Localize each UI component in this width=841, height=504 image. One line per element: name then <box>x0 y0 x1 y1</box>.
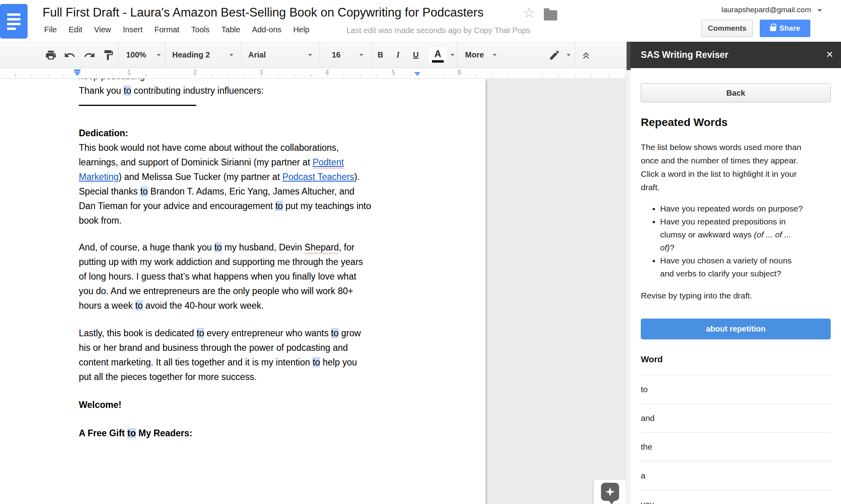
horizontal-rule <box>79 105 196 106</box>
explore-button[interactable] <box>594 480 626 504</box>
revise-note: Revise by typing into the draft. <box>641 291 831 300</box>
ruler[interactable]: 123456 <box>0 68 626 79</box>
redo-icon[interactable] <box>84 49 95 61</box>
zoom-select[interactable]: 100% <box>126 42 146 68</box>
font-family-select[interactable]: Arial <box>248 42 266 68</box>
highlighted-word: to <box>313 357 320 367</box>
doc-line: his or her brand and business through th… <box>79 341 441 355</box>
collapse-toolbar-icon[interactable] <box>580 49 592 61</box>
word-item[interactable]: and <box>641 404 831 433</box>
menu-add-ons[interactable]: Add-ons <box>252 25 282 34</box>
highlighted-word: to <box>135 300 143 311</box>
menu-help[interactable]: Help <box>293 25 309 34</box>
doc-line: put all the pieces together for more suc… <box>79 370 441 384</box>
ruler-number: 2 <box>194 69 197 76</box>
text-color-caret-icon[interactable] <box>450 54 454 56</box>
menu-file[interactable]: File <box>44 25 57 34</box>
menu-insert[interactable]: Insert <box>123 25 143 34</box>
doc-line: A Free Gift to My Readers: <box>79 426 441 441</box>
folder-icon[interactable] <box>544 10 557 20</box>
doc-line: And, of course, a huge thank you to my h… <box>79 240 441 255</box>
guidance-bullet-list: Have you repeated words on purpose?Have … <box>660 202 810 280</box>
comments-button[interactable]: Comments <box>701 20 753 37</box>
ruler-number: 4 <box>326 69 329 76</box>
highlighted-word: to <box>140 186 148 196</box>
lock-icon <box>770 26 776 31</box>
doc-link[interactable]: Podcast Teachers <box>282 172 354 182</box>
size-caret-icon[interactable] <box>359 54 363 56</box>
close-icon[interactable]: × <box>826 42 833 68</box>
last-edit-status[interactable]: Last edit was made seconds ago by Copy T… <box>346 26 530 35</box>
ruler-number: 3 <box>259 69 263 76</box>
share-label: Share <box>780 24 800 32</box>
print-icon[interactable] <box>45 49 57 61</box>
highlighted-word: to <box>331 328 339 338</box>
document-scrollbar[interactable] <box>626 42 631 504</box>
ruler-number: 5 <box>391 69 395 76</box>
menu-tools[interactable]: Tools <box>191 25 210 34</box>
menu-view[interactable]: View <box>94 25 111 34</box>
account-caret-icon[interactable] <box>817 9 822 12</box>
doc-link[interactable]: Podtent <box>313 157 344 167</box>
doc-line: Thank you to contributing industry influ… <box>79 83 441 98</box>
menu-format[interactable]: Format <box>154 25 179 34</box>
document-title[interactable]: Full First Draft - Laura's Amazon Best-S… <box>43 6 484 20</box>
document-page[interactable]: keep podcasting Thank you to contributin… <box>0 79 486 504</box>
docs-menu-icon[interactable] <box>0 4 28 39</box>
italic-button[interactable]: I <box>396 42 400 68</box>
misspelled-word: Podtent <box>313 157 344 167</box>
font-size-select[interactable]: 16 <box>332 42 340 68</box>
style-caret-icon[interactable] <box>229 54 233 56</box>
edit-mode-pencil-icon[interactable] <box>549 49 560 61</box>
text-color-button[interactable]: A <box>429 48 447 63</box>
word-item[interactable]: the <box>641 433 831 461</box>
sas-writing-reviser-panel: SAS Writing Reviser × Back Repeated Word… <box>631 42 841 504</box>
underline-button[interactable]: U <box>413 42 419 68</box>
account-email[interactable]: laurapshepard@gmail.com <box>722 6 811 14</box>
font-caret-icon[interactable] <box>308 54 312 56</box>
document-content[interactable]: Thank you to contributing industry influ… <box>79 79 441 441</box>
menu-bar: FileEditViewInsertFormatToolsTableAdd-on… <box>44 25 321 34</box>
ruler-number: 1 <box>127 69 131 76</box>
word-column-header: Word <box>641 354 831 375</box>
scrollbar-thumb[interactable] <box>627 42 631 70</box>
highlighted-word: to <box>275 201 283 211</box>
more-caret-icon[interactable] <box>493 54 497 56</box>
doc-line: Lastly, this book is dedicated to every … <box>79 326 441 341</box>
bold-button[interactable]: B <box>378 42 383 68</box>
highlighted-word: to <box>124 85 131 96</box>
doc-line: book from. <box>79 213 441 228</box>
about-repetition-button[interactable]: about repetition <box>641 319 831 339</box>
right-indent-marker[interactable] <box>414 72 420 76</box>
doc-line: putting up with my work addiction and su… <box>79 255 441 269</box>
repeated-words-heading: Repeated Words <box>641 116 831 129</box>
guidance-bullet: Have you repeated words on purpose? <box>660 202 810 215</box>
undo-icon[interactable] <box>64 49 76 61</box>
doc-link[interactable]: Marketing <box>79 172 119 182</box>
repeated-word-list: toandtheayou <box>641 375 831 504</box>
edit-mode-caret-icon[interactable] <box>567 54 571 56</box>
text-color-swatch <box>432 60 444 63</box>
zoom-caret-icon[interactable] <box>157 54 161 56</box>
back-button[interactable]: Back <box>641 83 831 102</box>
doc-line: Marketing) and Melissa Sue Tucker (my pa… <box>79 170 441 184</box>
share-button[interactable]: Share <box>760 20 810 37</box>
panel-header: SAS Writing Reviser × <box>631 42 841 68</box>
word-item[interactable]: you <box>641 490 831 504</box>
word-item[interactable]: a <box>641 461 831 490</box>
toolbar: 100% Heading 2 Arial 16 B I U A More <box>0 42 626 68</box>
misspelled-word: Shepard <box>305 242 339 252</box>
menu-table[interactable]: Table <box>221 25 240 34</box>
menu-edit[interactable]: Edit <box>69 25 82 34</box>
repeated-words-intro: The list below shows words used more tha… <box>641 141 831 194</box>
star-icon[interactable]: ☆ <box>523 5 535 21</box>
panel-title: SAS Writing Reviser <box>641 42 728 68</box>
doc-line: content marketing. It all ties together … <box>79 355 441 370</box>
word-item[interactable]: to <box>641 375 831 404</box>
left-indent-marker[interactable] <box>74 69 80 76</box>
doc-line: Dan Tieman for your advice and encourage… <box>79 199 441 213</box>
panel-body: Back Repeated Words The list below shows… <box>631 83 841 504</box>
more-button[interactable]: More <box>465 42 484 68</box>
paint-format-icon[interactable] <box>102 49 114 61</box>
paragraph-style-select[interactable]: Heading 2 <box>172 42 210 68</box>
